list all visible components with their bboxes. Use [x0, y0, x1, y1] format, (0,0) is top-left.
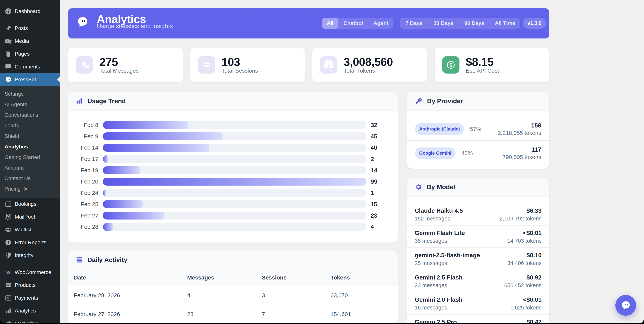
svg-text:$: $: [7, 296, 9, 300]
svg-text:$: $: [449, 62, 452, 68]
svg-text:w: w: [6, 269, 11, 275]
